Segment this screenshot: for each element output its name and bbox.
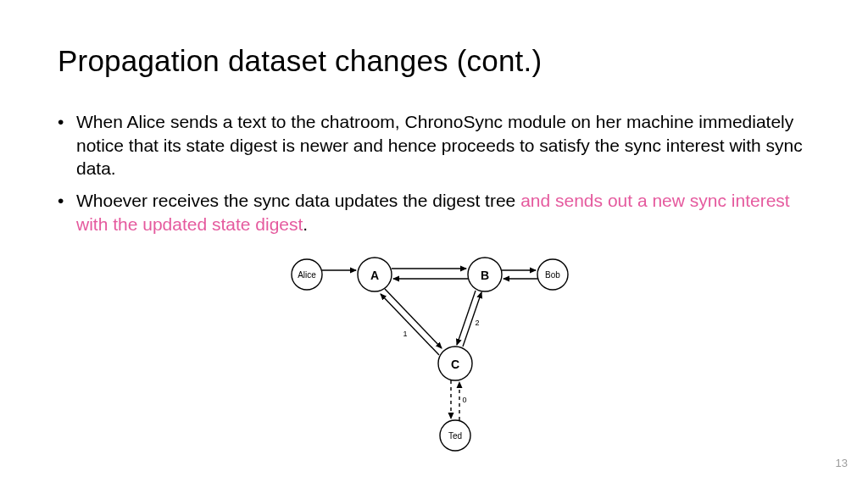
network-diagram: Alice A B Bob C Ted 1 2 0 [58, 245, 810, 465]
label-bob: Bob [545, 269, 560, 279]
label-alice: Alice [298, 269, 316, 279]
bullet-text-post: . [303, 214, 308, 234]
label-a: A [370, 268, 379, 281]
label-c: C [451, 357, 459, 370]
page-number: 13 [836, 457, 848, 469]
weight-bc: 2 [475, 319, 479, 327]
slide-title: Propagation dataset changes (cont.) [0, 0, 868, 78]
bullet-dot: • [58, 189, 75, 236]
bullet-text-pre: Whoever receives the sync data updates t… [76, 191, 520, 210]
bullet-item: • When Alice sends a text to the chatroo… [58, 110, 810, 180]
bullet-dot: • [58, 110, 75, 180]
bullet-text: Whoever receives the sync data updates t… [75, 189, 810, 236]
label-b: B [481, 268, 489, 281]
bullet-text-pre: When Alice sends a text to the chatroom,… [76, 112, 803, 178]
slide-body: • When Alice sends a text to the chatroo… [0, 78, 868, 465]
label-ted: Ted [448, 430, 462, 440]
weight-cted: 0 [462, 396, 466, 404]
edge-a-to-c [385, 289, 442, 348]
bullet-text: When Alice sends a text to the chatroom,… [75, 110, 810, 180]
edge-c-to-a [381, 294, 439, 355]
weight-ac: 1 [403, 330, 407, 338]
bullet-item: • Whoever receives the sync data updates… [58, 189, 810, 236]
